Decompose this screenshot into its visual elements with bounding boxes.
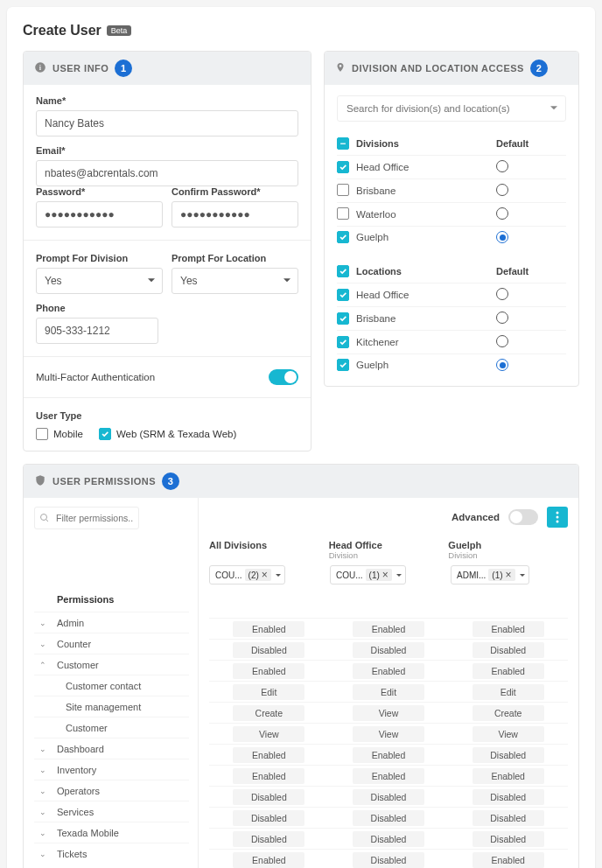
permission-value[interactable]: Enabled (472, 852, 544, 868)
permission-value[interactable]: Disabled (233, 810, 304, 826)
permission-value[interactable]: Disabled (472, 789, 544, 805)
permission-row-values: ViewViewView (209, 723, 568, 744)
permission-value[interactable]: Enabled (233, 768, 304, 784)
permission-value[interactable]: Enabled (233, 747, 304, 763)
division-name: Brisbane (356, 186, 496, 196)
permission-row-label: ⌄Tickets (34, 843, 189, 864)
division-row: Guelph (337, 226, 566, 248)
user-type-mobile-checkbox[interactable]: Mobile (36, 428, 83, 440)
permission-value[interactable]: Disabled (233, 642, 304, 658)
permission-value[interactable]: Enabled (353, 747, 424, 763)
permission-role-select[interactable]: COU...(2) × (209, 565, 285, 584)
permission-value[interactable]: Disabled (353, 642, 424, 658)
location-checkbox[interactable] (337, 336, 349, 348)
expand-icon[interactable]: ⌄ (39, 808, 52, 816)
permission-value[interactable]: Create (472, 705, 544, 721)
expand-icon[interactable]: ⌄ (39, 745, 52, 753)
permission-value[interactable]: Enabled (353, 663, 424, 679)
permission-value[interactable]: Disabled (233, 789, 304, 805)
permission-value[interactable]: View (233, 726, 304, 742)
permission-value[interactable]: Disabled (353, 789, 424, 805)
permission-row-label: ⌄Operators (34, 780, 189, 801)
expand-icon[interactable]: ⌄ (39, 787, 52, 795)
permission-value[interactable]: Disabled (472, 810, 544, 826)
permission-value[interactable]: Edit (472, 684, 544, 700)
permission-value[interactable]: View (472, 726, 544, 742)
division-default-radio[interactable] (496, 207, 508, 220)
filter-permissions-input[interactable] (34, 507, 139, 529)
permission-value[interactable]: Enabled (472, 663, 544, 679)
password-label: Password* (36, 186, 163, 197)
divisions-column-label: Divisions (356, 138, 496, 149)
location-default-radio[interactable] (496, 288, 508, 300)
expand-icon[interactable]: ⌄ (39, 619, 52, 627)
division-checkbox[interactable] (337, 184, 349, 196)
name-input[interactable] (36, 110, 298, 136)
permission-row-label: Site management (34, 696, 189, 717)
clear-role-icon[interactable]: × (382, 570, 388, 580)
permissions-header: USER PERMISSIONS 3 (24, 465, 578, 498)
division-checkbox[interactable] (337, 207, 349, 220)
shield-icon (34, 474, 46, 488)
location-default-radio[interactable] (496, 335, 508, 347)
division-default-radio[interactable] (496, 184, 508, 196)
prompt-location-select[interactable]: Yes (172, 268, 298, 294)
pin-icon (335, 61, 346, 75)
permission-value[interactable]: Enabled (233, 852, 304, 868)
advanced-toggle[interactable] (508, 509, 538, 525)
confirm-password-input[interactable] (172, 201, 298, 228)
permission-value[interactable]: Enabled (353, 768, 424, 784)
location-name: Head Office (356, 290, 496, 300)
clear-role-icon[interactable]: × (262, 570, 268, 580)
location-name: Kitchener (356, 337, 496, 347)
permission-value[interactable]: Enabled (233, 621, 304, 637)
permission-value[interactable]: Enabled (233, 663, 304, 679)
expand-icon[interactable]: ⌄ (39, 829, 52, 837)
prompt-division-select[interactable]: Yes (36, 268, 163, 294)
permission-value[interactable]: Disabled (353, 831, 424, 847)
division-checkbox[interactable] (337, 231, 349, 243)
permission-value[interactable]: Disabled (472, 831, 544, 847)
location-checkbox[interactable] (337, 289, 349, 301)
location-checkbox[interactable] (337, 312, 349, 325)
permission-value[interactable]: Create (233, 705, 304, 721)
permission-value[interactable]: View (353, 726, 424, 742)
division-default-radio[interactable] (496, 160, 508, 172)
expand-icon[interactable]: ⌃ (39, 661, 52, 669)
locations-master-checkbox[interactable] (337, 265, 349, 277)
step-badge-3: 3 (162, 472, 179, 490)
password-input[interactable] (36, 201, 163, 228)
permission-value[interactable]: Enabled (472, 621, 544, 637)
permission-value[interactable]: Disabled (472, 642, 544, 658)
email-input[interactable] (36, 160, 298, 186)
expand-icon[interactable]: ⌄ (39, 850, 52, 858)
mfa-toggle[interactable] (269, 369, 298, 385)
user-info-header: i USER INFO 1 (24, 52, 311, 85)
permission-value[interactable]: Disabled (353, 852, 424, 868)
clear-role-icon[interactable]: × (506, 570, 512, 580)
permission-role-select[interactable]: COU...(1) × (330, 565, 406, 584)
permission-value[interactable]: Enabled (353, 621, 424, 637)
location-default-radio[interactable] (496, 312, 508, 324)
divisions-master-checkbox[interactable] (337, 137, 349, 150)
location-checkbox[interactable] (337, 359, 349, 371)
svg-rect-2 (340, 144, 346, 144)
expand-icon[interactable]: ⌄ (39, 766, 52, 774)
permission-value[interactable]: Enabled (472, 768, 544, 784)
phone-input[interactable] (36, 318, 158, 344)
permission-value[interactable]: Edit (233, 684, 304, 700)
permission-value[interactable]: Disabled (233, 831, 304, 847)
permissions-menu-button[interactable] (547, 507, 568, 528)
permission-value[interactable]: Disabled (353, 810, 424, 826)
division-location-search[interactable] (337, 95, 566, 122)
user-type-web-checkbox[interactable]: Web (SRM & Texada Web) (99, 428, 236, 440)
location-default-radio[interactable] (496, 359, 508, 371)
expand-icon[interactable]: ⌄ (39, 640, 52, 648)
location-name: Guelph (356, 360, 496, 370)
division-checkbox[interactable] (337, 161, 349, 173)
permission-role-select[interactable]: ADMI...(1) × (451, 565, 529, 584)
permission-value[interactable]: Edit (353, 684, 424, 700)
division-default-radio[interactable] (496, 231, 508, 243)
permission-value[interactable]: Disabled (472, 747, 544, 763)
permission-value[interactable]: View (353, 705, 424, 721)
